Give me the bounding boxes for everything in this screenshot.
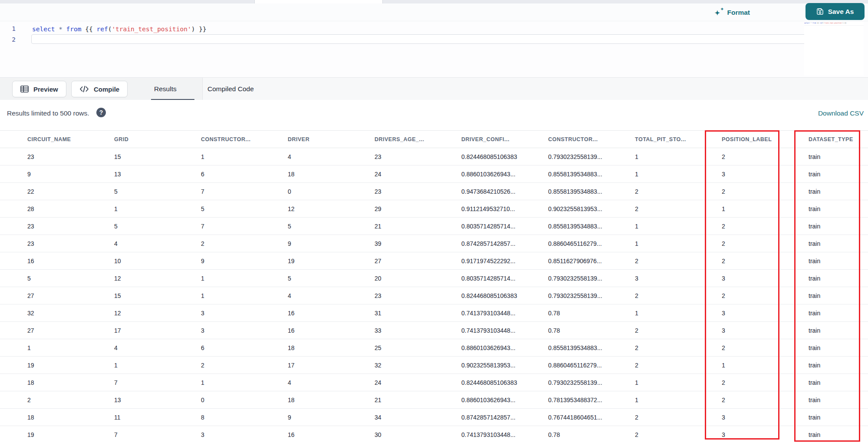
results-info-bar: Results limited to 500 rows. ? Download … bbox=[0, 100, 868, 130]
table-cell: 0.8860465116279... bbox=[521, 357, 608, 374]
table-cell: 16 bbox=[260, 322, 347, 339]
table-cell: 3 bbox=[694, 165, 781, 183]
code-token: select bbox=[32, 26, 55, 33]
table-cell: 2 bbox=[694, 235, 781, 252]
table-cell: 27 bbox=[0, 322, 87, 339]
table-cell: 2 bbox=[608, 252, 694, 270]
preview-button[interactable]: Preview bbox=[12, 81, 66, 97]
table-cell: train bbox=[781, 357, 868, 374]
table-cell: 15 bbox=[87, 148, 174, 165]
table-cell: 2 bbox=[694, 287, 781, 304]
results-limit-text: Results limited to 500 rows. bbox=[7, 109, 89, 117]
format-label: Format bbox=[727, 9, 750, 17]
table-cell: 3 bbox=[174, 304, 260, 322]
table-cell: 3 bbox=[694, 322, 781, 339]
table-cell: 6 bbox=[174, 339, 260, 357]
table-cell: 2 bbox=[694, 218, 781, 235]
table-cell: 0.7413793103448... bbox=[434, 426, 521, 443]
sparkles-icon: ✦ ✦ bbox=[714, 8, 723, 17]
table-row: 23429390.8742857142857...0.8860465116279… bbox=[0, 235, 868, 252]
help-icon[interactable]: ? bbox=[96, 108, 106, 117]
table-cell: 17 bbox=[87, 322, 174, 339]
table-cell: train bbox=[781, 218, 868, 235]
code-icon bbox=[79, 86, 89, 93]
table-cell: 23 bbox=[0, 235, 87, 252]
table-cell: 3 bbox=[694, 304, 781, 322]
editor-action-bar: ✦ ✦ Format Save As bbox=[0, 3, 868, 21]
table-cell: 22 bbox=[0, 183, 87, 200]
table-cell: 2 bbox=[694, 148, 781, 165]
table-cell: 23 bbox=[347, 183, 434, 200]
table-cell: 2 bbox=[608, 409, 694, 426]
table-cell: 0.8558139534883... bbox=[521, 218, 608, 235]
table-cell: 3 bbox=[694, 270, 781, 287]
table-cell: 0.8558139534883... bbox=[521, 339, 608, 357]
table-cell: 2 bbox=[608, 287, 694, 304]
results-toolbar: Preview Compile Results Compiled Code bbox=[0, 77, 868, 100]
results-table: CIRCUIT_NAMEGRIDCONSTRUCTOR...DRIVERDRIV… bbox=[0, 130, 868, 443]
table-cell: 0.9023255813953... bbox=[521, 200, 608, 218]
table-cell: 0.78 bbox=[521, 322, 608, 339]
table-cell: 2 bbox=[608, 339, 694, 357]
table-cell: 19 bbox=[260, 252, 347, 270]
table-cell: 32 bbox=[347, 357, 434, 374]
format-button[interactable]: ✦ ✦ Format bbox=[714, 6, 750, 19]
table-cell: 4 bbox=[260, 374, 347, 391]
table-cell: 7 bbox=[174, 183, 260, 200]
table-cell: 27 bbox=[0, 287, 87, 304]
table-cell: 32 bbox=[0, 304, 87, 322]
table-cell: 29 bbox=[347, 200, 434, 218]
table-cell: train bbox=[781, 200, 868, 218]
table-cell: 2 bbox=[694, 374, 781, 391]
table-cell: 0.8742857142857... bbox=[434, 235, 521, 252]
column-header: DRIVER bbox=[260, 131, 347, 148]
table-cell: 2 bbox=[608, 426, 694, 443]
table-cell: 27 bbox=[347, 252, 434, 270]
table-cell: train bbox=[781, 339, 868, 357]
table-cell: 0.9473684210526... bbox=[434, 183, 521, 200]
column-header: DATASET_TYPE bbox=[781, 131, 868, 148]
compile-button[interactable]: Compile bbox=[71, 81, 128, 97]
table-cell: 3 bbox=[174, 426, 260, 443]
table-cell: 0.8558139534883... bbox=[521, 183, 608, 200]
tab-compiled-code[interactable]: Compiled Code bbox=[207, 78, 254, 100]
table-row: 197316300.7413793103448...0.7823train bbox=[0, 426, 868, 443]
table-cell: 0.8860103626943... bbox=[434, 339, 521, 357]
table-row: 3212316310.7413793103448...0.7813train bbox=[0, 304, 868, 322]
table-cell: 9 bbox=[174, 252, 260, 270]
table-cell: 8 bbox=[174, 409, 260, 426]
table-cell: 2 bbox=[174, 357, 260, 374]
code-token bbox=[62, 26, 66, 33]
tab-compiled-code-label: Compiled Code bbox=[207, 85, 254, 93]
table-cell: 11 bbox=[87, 409, 174, 426]
column-header: TOTAL_PIT_STO... bbox=[608, 131, 694, 148]
table-cell: 5 bbox=[174, 200, 260, 218]
table-row: 181189340.8742857142857...0.767441860465… bbox=[0, 409, 868, 426]
table-cell: 20 bbox=[347, 270, 434, 287]
table-cell: 3 bbox=[174, 322, 260, 339]
code-token: ref bbox=[96, 26, 108, 33]
active-file-tab[interactable] bbox=[254, 0, 383, 3]
column-header: DRIVER_CONFI... bbox=[434, 131, 521, 148]
table-cell: 1 bbox=[174, 287, 260, 304]
table-cell: train bbox=[781, 287, 868, 304]
preview-label: Preview bbox=[33, 86, 58, 93]
table-cell: 1 bbox=[694, 200, 781, 218]
code-token: * bbox=[59, 26, 62, 33]
code-token: }} bbox=[195, 26, 206, 33]
table-cell: 23 bbox=[347, 148, 434, 165]
download-csv-link[interactable]: Download CSV bbox=[818, 109, 864, 117]
table-row: 191217320.9023255813953...0.886046511627… bbox=[0, 357, 868, 374]
table-row: 14618250.8860103626943...0.8558139534883… bbox=[0, 339, 868, 357]
table-cell: 28 bbox=[0, 200, 87, 218]
code-line-1[interactable]: select * from {{ ref('train_test_positio… bbox=[32, 24, 207, 34]
table-row: 1610919270.9171974522292...0.85116279069… bbox=[0, 252, 868, 270]
save-as-button[interactable]: Save As bbox=[806, 3, 865, 20]
tab-results[interactable]: Results bbox=[154, 78, 177, 100]
table-cell: 0.8742857142857... bbox=[434, 409, 521, 426]
editor-active-line[interactable] bbox=[31, 34, 852, 44]
table-cell: 0.824468085106383 bbox=[434, 148, 521, 165]
table-header-row: CIRCUIT_NAMEGRIDCONSTRUCTOR...DRIVERDRIV… bbox=[0, 131, 868, 148]
editor-minimap[interactable]: select * from {{ ref('train_test_positio… bbox=[804, 22, 864, 76]
table-cell: 13 bbox=[87, 165, 174, 183]
